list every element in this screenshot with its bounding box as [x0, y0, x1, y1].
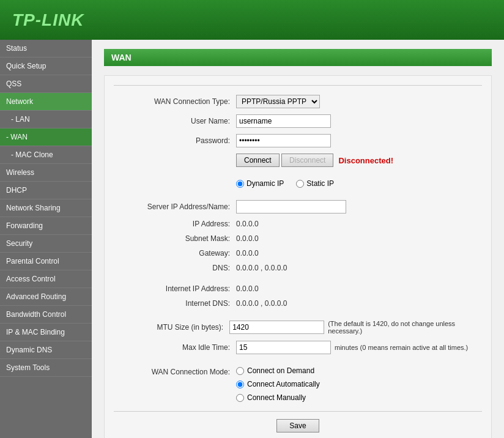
connect-row: Connect Disconnect Disconnected!: [114, 154, 482, 167]
mode-manually-label[interactable]: Connect Manually: [236, 393, 320, 402]
wan-connection-type-row: WAN Connection Type: PPTP/Russia PPTPDyn…: [114, 95, 482, 108]
server-ip-label: Server IP Address/Name:: [114, 202, 236, 211]
username-row: User Name:: [114, 114, 482, 128]
top-divider: [114, 85, 482, 86]
server-ip-row: Server IP Address/Name:: [114, 200, 482, 213]
content-area: WAN Connection Type: PPTP/Russia PPTPDyn…: [104, 75, 492, 438]
wan-connection-type-select[interactable]: PPTP/Russia PPTPDynamic IPStatic IPPPPoE…: [236, 95, 320, 108]
dns-label: DNS:: [114, 264, 236, 272]
connect-button[interactable]: Connect: [236, 154, 280, 167]
internet-ip-value: 0.0.0.0: [236, 284, 259, 293]
spacer3: [114, 314, 482, 320]
dynamic-ip-radio[interactable]: [236, 180, 244, 188]
sidebar-item-network-sharing[interactable]: Network Sharing: [0, 199, 92, 217]
header: TP-LINK: [0, 0, 504, 40]
mode-manually-radio[interactable]: [236, 394, 244, 402]
layout: StatusQuick SetupQSSNetwork- LAN- WAN- M…: [0, 40, 504, 438]
gateway-label: Gateway:: [114, 249, 236, 258]
subnet-mask-value: 0.0.0.0: [236, 234, 259, 243]
gateway-row: Gateway: 0.0.0.0: [114, 249, 482, 258]
sidebar-item-status[interactable]: Status: [0, 40, 92, 58]
max-idle-label: Max Idle Time:: [114, 343, 236, 352]
sidebar-item-parental-control[interactable]: Parental Control: [0, 253, 92, 270]
sidebar: StatusQuick SetupQSSNetwork- LAN- WAN- M…: [0, 40, 92, 438]
mode-on-demand-text: Connect on Demand: [247, 366, 314, 375]
dynamic-ip-label[interactable]: Dynamic IP: [236, 179, 284, 188]
mode-automatically-text: Connect Automatically: [247, 380, 320, 388]
sidebar-item-access-control[interactable]: Access Control: [0, 270, 92, 288]
internet-ip-label: Internet IP Address:: [114, 284, 236, 293]
sidebar-item-advanced-routing[interactable]: Advanced Routing: [0, 288, 92, 306]
mtu-row: MTU Size (in bytes): (The default is 142…: [114, 320, 482, 335]
mode-automatically-label[interactable]: Connect Automatically: [236, 380, 320, 388]
sidebar-item-dhcp[interactable]: DHCP: [0, 182, 92, 199]
sidebar-item-dynamic-dns[interactable]: Dynamic DNS: [0, 341, 92, 359]
sidebar-item-system-tools[interactable]: System Tools: [0, 359, 92, 377]
static-ip-label[interactable]: Static IP: [296, 179, 334, 188]
page-title-bar: WAN: [104, 49, 492, 66]
ip-address-value: 0.0.0.0: [236, 220, 259, 228]
sidebar-item-network[interactable]: Network: [0, 93, 92, 111]
gateway-value: 0.0.0.0: [236, 249, 259, 258]
dns-row: DNS: 0.0.0.0 , 0.0.0.0: [114, 264, 482, 272]
logo: TP-LINK: [12, 10, 84, 30]
internet-dns-row: Internet DNS: 0.0.0.0 , 0.0.0.0: [114, 299, 482, 308]
spacer1: [114, 173, 482, 179]
max-idle-input[interactable]: [236, 341, 331, 354]
sidebar-item-lan[interactable]: - LAN: [0, 111, 92, 128]
password-label: Password:: [114, 136, 236, 145]
password-input[interactable]: [236, 134, 331, 147]
username-label: User Name:: [114, 117, 236, 125]
sidebar-item-forwarding[interactable]: Forwarding: [0, 217, 92, 235]
static-ip-radio[interactable]: [296, 180, 304, 188]
spacer2: [114, 278, 482, 284]
max-idle-hint: minutes (0 means remain active at all ti…: [335, 344, 468, 351]
server-ip-input[interactable]: [236, 200, 346, 213]
mode-on-demand-label[interactable]: Connect on Demand: [236, 366, 320, 375]
sidebar-item-quick-setup[interactable]: Quick Setup: [0, 58, 92, 75]
internet-dns-value: 0.0.0.0 , 0.0.0.0: [236, 299, 287, 308]
wan-connection-type-value: PPTP/Russia PPTPDynamic IPStatic IPPPPoE…: [236, 95, 320, 108]
ip-address-row: IP Address: 0.0.0.0: [114, 220, 482, 228]
mode-automatically-radio[interactable]: [236, 380, 244, 388]
wan-mode-row: WAN Connection Mode: Connect on Demand C…: [114, 366, 482, 402]
internet-ip-row: Internet IP Address: 0.0.0.0: [114, 284, 482, 293]
sidebar-item-mac-clone[interactable]: - MAC Clone: [0, 146, 92, 164]
ip-type-row: Dynamic IP Static IP: [114, 179, 482, 194]
sidebar-item-wireless[interactable]: Wireless: [0, 164, 92, 182]
logo-text: TP-LINK: [12, 10, 84, 29]
wan-mode-label: WAN Connection Mode:: [114, 366, 236, 376]
subnet-mask-row: Subnet Mask: 0.0.0.0: [114, 234, 482, 243]
mtu-label: MTU Size (in bytes):: [114, 323, 229, 332]
sidebar-item-qss[interactable]: QSS: [0, 75, 92, 93]
mtu-input[interactable]: [229, 321, 324, 334]
username-input[interactable]: [236, 114, 331, 128]
dns-value: 0.0.0.0 , 0.0.0.0: [236, 264, 287, 272]
mtu-hint: (The default is 1420, do not change unle…: [328, 320, 482, 335]
max-idle-row: Max Idle Time: minutes (0 means remain a…: [114, 341, 482, 354]
sidebar-item-bandwidth-control[interactable]: Bandwidth Control: [0, 306, 92, 324]
wan-mode-group: Connect on Demand Connect Automatically …: [236, 366, 320, 402]
sidebar-item-ip-mac-binding[interactable]: IP & MAC Binding: [0, 324, 92, 341]
spacer4: [114, 360, 482, 366]
wan-connection-type-label: WAN Connection Type:: [114, 97, 236, 106]
main-content: WAN WAN Connection Type: PPTP/Russia PPT…: [92, 40, 504, 438]
page-title: WAN: [111, 53, 132, 62]
internet-dns-label: Internet DNS:: [114, 299, 236, 308]
ip-address-label: IP Address:: [114, 220, 236, 228]
password-row: Password:: [114, 134, 482, 147]
ip-type-radio-group: Dynamic IP Static IP: [236, 179, 334, 188]
disconnect-button[interactable]: Disconnect: [281, 154, 333, 167]
sidebar-item-security[interactable]: Security: [0, 235, 92, 253]
mode-manually-text: Connect Manually: [247, 393, 306, 402]
bottom-section: Save: [114, 411, 482, 432]
save-button[interactable]: Save: [276, 419, 319, 432]
sidebar-item-wan[interactable]: - WAN: [0, 128, 92, 146]
connection-status: Disconnected!: [338, 156, 393, 165]
mode-on-demand-radio[interactable]: [236, 367, 244, 375]
subnet-mask-label: Subnet Mask:: [114, 234, 236, 243]
